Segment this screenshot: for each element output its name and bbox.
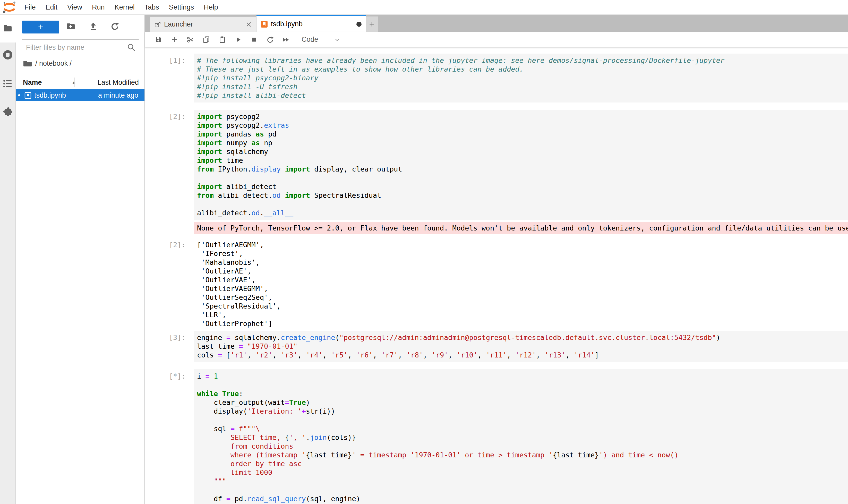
menu-help[interactable]: Help [199, 3, 223, 11]
tab-launcher[interactable]: Launcher [150, 17, 256, 32]
menu-view[interactable]: View [62, 3, 87, 11]
sort-ascending-icon[interactable]: ▲ [72, 80, 76, 85]
paste-icon[interactable] [218, 36, 227, 44]
restart-icon[interactable] [266, 36, 274, 44]
unsaved-changes-dot[interactable] [356, 22, 362, 27]
notebook-toolbar: Code [145, 32, 848, 48]
notebook-content: [1]: # The following libraries have alre… [145, 48, 848, 504]
tab-notebook-label: tsdb.ipynb [271, 20, 356, 28]
tab-notebook-active[interactable]: tsdb.ipynb [256, 15, 366, 32]
running-sessions-icon[interactable] [3, 50, 13, 60]
menu-run[interactable]: Run [87, 3, 110, 11]
output-result: ['OutlierAEGMM', 'IForest', 'Mahalanobis… [194, 238, 848, 331]
cell-type-select[interactable]: Code [302, 36, 340, 43]
cell-editor[interactable]: i = 1 while True: clear_output(wait=True… [194, 369, 848, 504]
new-tab-button[interactable] [366, 17, 378, 32]
menu-settings[interactable]: Settings [164, 3, 199, 11]
new-launcher-button[interactable]: + [22, 21, 59, 34]
save-icon[interactable] [154, 36, 162, 44]
file-open-dot: • [18, 89, 21, 101]
cut-icon[interactable] [186, 36, 194, 44]
file-browser-panel: + / notebook / Name ▲ Last Modified • [16, 15, 145, 504]
file-list-header: Name ▲ Last Modified [16, 76, 144, 89]
stop-icon[interactable] [250, 36, 258, 44]
cell-editor[interactable]: engine = sqlalchemy.create_engine("postg… [194, 331, 848, 362]
cell-2-output: [2]: ['OutlierAEGMM', 'IForest', 'Mahala… [145, 238, 848, 331]
code-cell-4-running: [*]: i = 1 while True: clear_output(wait… [145, 369, 848, 504]
column-divider [74, 77, 75, 87]
jupyter-logo-icon [3, 1, 16, 13]
folder-icon[interactable] [3, 23, 13, 34]
chevron-down-icon [334, 37, 340, 42]
file-last-modified: a minute ago [98, 91, 138, 100]
tab-launcher-label: Launcher [164, 20, 246, 28]
cell-editor[interactable]: import psycopg2import psycopg2.extrasimp… [194, 110, 848, 220]
cell-prompt: [2]: [145, 110, 194, 220]
cell-editor[interactable]: # The following libraries have already b… [194, 54, 848, 103]
cell-prompt: [1]: [145, 54, 194, 103]
code-cell-3: [3]: engine = sqlalchemy.create_engine("… [145, 331, 848, 362]
output-prompt: [2]: [145, 238, 194, 331]
breadcrumb-path: / notebook / [35, 59, 72, 68]
filter-files-input[interactable] [22, 39, 139, 55]
close-icon[interactable] [246, 21, 252, 28]
cell-type-label: Code [302, 36, 318, 43]
code-cell-1: [1]: # The following libraries have alre… [145, 54, 848, 103]
column-header-last-modified[interactable]: Last Modified [97, 78, 139, 87]
fast-forward-icon[interactable] [282, 36, 290, 44]
stderr-output: None of PyTorch, TensorFlow >= 2.0, or F… [194, 222, 848, 234]
tab-bar: Launcher tsdb.ipynb [145, 15, 848, 32]
activity-bar [0, 15, 16, 504]
new-folder-button[interactable] [66, 22, 75, 31]
search-icon [127, 43, 136, 52]
file-row-selected[interactable]: • tsdb.ipynb a minute ago [16, 89, 144, 101]
launcher-icon [154, 21, 161, 28]
breadcrumb[interactable]: / notebook / [23, 59, 72, 68]
column-header-name[interactable]: Name [16, 78, 42, 87]
upload-icon[interactable] [89, 22, 98, 31]
breadcrumb-folder-icon [23, 60, 32, 68]
table-of-contents-icon[interactable] [3, 78, 13, 89]
main-area: Launcher tsdb.ipynb [145, 15, 848, 504]
menu-kernel[interactable]: Kernel [110, 3, 140, 11]
extensions-icon[interactable] [3, 107, 13, 117]
menubar: File Edit View Run Kernel Tabs Settings … [0, 0, 848, 15]
menu-file[interactable]: File [20, 3, 41, 11]
menu-edit[interactable]: Edit [41, 3, 62, 11]
menu-tabs[interactable]: Tabs [140, 3, 164, 11]
cell-prompt: [3]: [145, 331, 194, 362]
notebook-icon [260, 21, 268, 28]
run-icon[interactable] [234, 36, 242, 44]
add-cell-icon[interactable] [170, 36, 178, 44]
refresh-icon[interactable] [110, 22, 120, 31]
cell-prompt-busy: [*]: [145, 369, 194, 504]
copy-icon[interactable] [202, 36, 211, 44]
code-cell-2: [2]: import psycopg2import psycopg2.extr… [145, 110, 848, 220]
file-name: tsdb.ipynb [34, 91, 66, 100]
notebook-file-icon [24, 92, 32, 99]
